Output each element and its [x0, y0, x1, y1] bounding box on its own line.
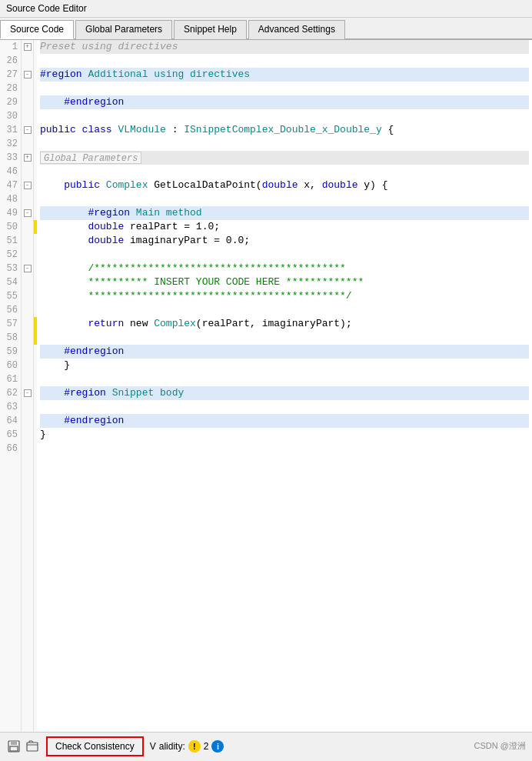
editor-container: 1262728293031323346474849505152535455565…	[0, 40, 532, 732]
table-row: }	[40, 428, 529, 442]
table-row: #region Main method	[40, 206, 529, 220]
line-numbers: 1262728293031323346474849505152535455565…	[0, 40, 22, 732]
table-row: double imaginaryPart = 0.0;	[40, 234, 529, 248]
table-row: #region Snippet body	[40, 386, 529, 400]
code-area: 1262728293031323346474849505152535455565…	[0, 40, 532, 732]
window-title-bar: Source Code Editor	[0, 0, 532, 18]
table-row	[40, 442, 529, 456]
table-row: double realPart = 1.0;	[40, 220, 529, 234]
table-row	[40, 54, 529, 68]
tab-global-parameters[interactable]: Global Parameters	[75, 20, 172, 39]
svg-rect-2	[10, 746, 18, 751]
table-row: /***************************************…	[40, 262, 529, 275]
table-row	[40, 248, 529, 262]
check-consistency-button[interactable]: Check Consistency	[46, 736, 144, 756]
code-lines[interactable]: Preset using directives#region Additiona…	[37, 40, 532, 732]
svg-rect-1	[11, 741, 17, 745]
table-row: return new Complex(realPart, imaginaryPa…	[40, 317, 529, 331]
tab-snippet-help[interactable]: Snippet Help	[174, 20, 247, 39]
table-row: #endregion	[40, 414, 529, 428]
window-title: Source Code Editor	[6, 3, 87, 14]
tab-advanced-settings[interactable]: Advanced Settings	[248, 20, 345, 39]
validity-info-icon[interactable]: i	[211, 740, 224, 753]
table-row	[40, 372, 529, 386]
tab-bar: Source Code Global Parameters Snippet He…	[0, 18, 532, 40]
table-row: #region Additional using directives	[40, 68, 529, 82]
table-row	[40, 331, 529, 345]
table-row: Global Parameters	[40, 151, 529, 165]
svg-rect-3	[27, 743, 38, 751]
tab-source-code[interactable]: Source Code	[0, 20, 74, 39]
table-row: public class VLModule : ISnippetComplex_…	[40, 123, 529, 137]
table-row: #endregion	[40, 95, 529, 109]
table-row: ********** INSERT YOUR CODE HERE *******…	[40, 275, 529, 289]
table-row	[40, 192, 529, 206]
table-row: }	[40, 359, 529, 372]
table-row: public Complex GetLocalDataPoint(double …	[40, 179, 529, 192]
fold-column[interactable]: +--+----	[22, 40, 34, 732]
validity-area: Validity: ! 2 i	[150, 740, 224, 753]
table-row	[40, 400, 529, 414]
bottom-icons	[6, 739, 40, 754]
validity-warning-icon[interactable]: !	[188, 740, 201, 753]
watermark: CSDN @澄洲	[474, 740, 526, 752]
table-row: Preset using directives	[40, 40, 529, 54]
table-row: ****************************************…	[40, 289, 529, 303]
open-icon[interactable]	[25, 739, 40, 754]
table-row	[40, 165, 529, 179]
bottom-bar: Check Consistency Validity: ! 2 i CSDN @…	[0, 732, 532, 759]
table-row	[40, 109, 529, 123]
table-row	[40, 137, 529, 151]
save-icon[interactable]	[6, 739, 22, 754]
table-row	[40, 303, 529, 317]
table-row	[40, 82, 529, 95]
table-row: #endregion	[40, 345, 529, 359]
